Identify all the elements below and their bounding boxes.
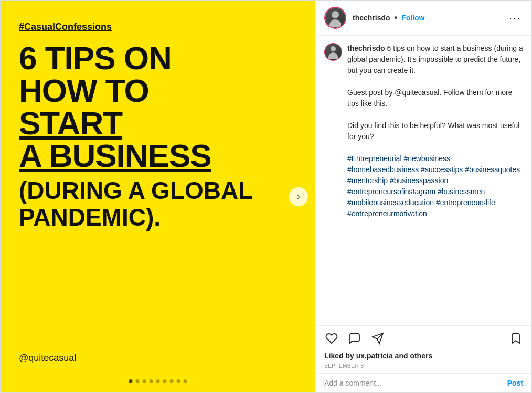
title-line4: A BUSINESS: [19, 140, 297, 172]
caption-username[interactable]: thechrisdo: [347, 44, 385, 52]
header-avatar[interactable]: [324, 7, 346, 29]
caption-text: thechrisdo6 tips on how to start a busin…: [347, 43, 523, 219]
carousel-dot-8[interactable]: [177, 379, 180, 383]
follow-button[interactable]: Follow: [401, 14, 424, 22]
carousel-dot-9[interactable]: [184, 379, 187, 383]
image-title: 6 TIPS ON HOW TO START A BUSINESS: [19, 42, 297, 172]
header-info: thechrisdo • Follow: [353, 13, 501, 23]
caption-guest-post: Guest post by @quitecasual. Follow them …: [347, 88, 513, 108]
post-header: thechrisdo • Follow ···: [316, 1, 531, 36]
carousel-dot-3[interactable]: [143, 379, 146, 383]
carousel-dot-1[interactable]: [129, 379, 133, 383]
bookmark-button[interactable]: [508, 331, 523, 346]
post-add-comment: Post: [316, 373, 531, 392]
image-subtitle: (DURING A GLOBAL PANDEMIC).: [19, 177, 297, 230]
bookmark-icon: [509, 332, 522, 345]
carousel-next-button[interactable]: ›: [289, 187, 308, 206]
post-content-panel: thechrisdo • Follow ···: [315, 1, 531, 392]
caption-question: Did you find this to be helpful? What wa…: [347, 121, 519, 141]
post-caption-area: thechrisdo6 tips on how to start a busin…: [316, 36, 531, 326]
title-line1: 6 TIPS ON: [19, 42, 297, 75]
comment-icon: [348, 332, 361, 345]
share-button[interactable]: [370, 331, 385, 346]
post-container: #CasualConfessions 6 TIPS ON HOW TO STAR…: [0, 0, 532, 393]
comment-input[interactable]: [324, 379, 503, 387]
carousel-dot-6[interactable]: [163, 379, 167, 383]
post-body: #CasualConfessions 6 TIPS ON HOW TO STAR…: [1, 1, 531, 392]
title-line2: HOW TO: [19, 75, 297, 107]
like-button[interactable]: [324, 331, 339, 346]
carousel-dot-2[interactable]: [136, 379, 140, 383]
title-line3: START: [19, 107, 297, 140]
comment-button[interactable]: [347, 331, 362, 346]
image-hashtag: #CasualConfessions: [19, 22, 297, 33]
heart-icon: [325, 332, 338, 345]
image-handle: @quitecasual: [19, 353, 76, 364]
post-date: SEPTEMBER 8: [316, 362, 531, 373]
dot-separator: •: [395, 13, 398, 23]
post-comment-button[interactable]: Post: [507, 379, 523, 387]
header-username[interactable]: thechrisdo: [353, 14, 390, 22]
carousel-dot-4[interactable]: [150, 379, 153, 383]
post-image-panel: #CasualConfessions 6 TIPS ON HOW TO STAR…: [1, 1, 315, 392]
caption-hashtags: #Entrepreneurial #newbusiness #homebased…: [347, 154, 520, 218]
likes-text: Liked by: [324, 352, 356, 360]
carousel-dot-5[interactable]: [156, 379, 160, 383]
caption-avatar[interactable]: [324, 43, 342, 61]
post-likes: Liked by ux.patricia and others: [316, 349, 531, 362]
likes-first-user[interactable]: ux.patricia: [356, 352, 393, 360]
carousel-dots: [129, 379, 187, 383]
post-actions: [316, 326, 531, 349]
more-options-button[interactable]: ···: [507, 12, 523, 24]
likes-suffix: and others: [393, 352, 432, 360]
send-icon: [371, 332, 384, 345]
caption-row: thechrisdo6 tips on how to start a busin…: [324, 43, 523, 219]
carousel-dot-7[interactable]: [170, 379, 174, 383]
